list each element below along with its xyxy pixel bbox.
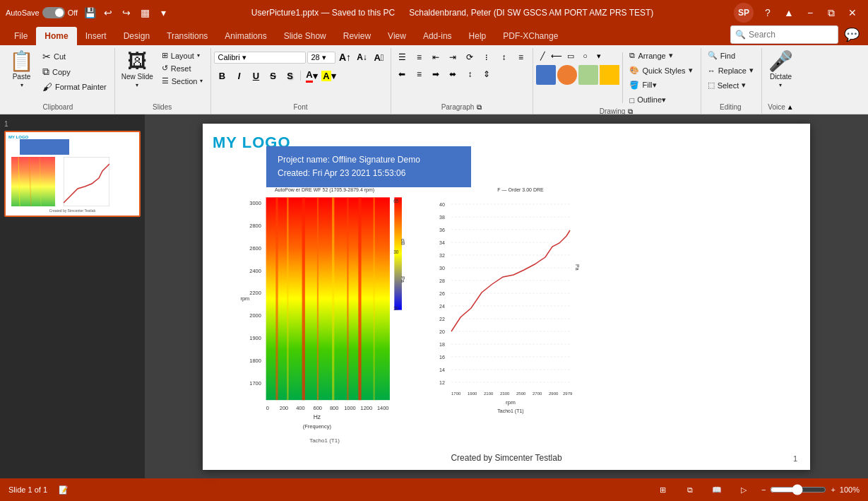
tab-addins[interactable]: Add-ins [415,27,460,45]
autosave-toggle[interactable] [42,7,65,18]
slide-thumbnail[interactable]: MY LOGO [4,131,141,217]
svg-rect-16 [287,197,288,400]
zoom-slider[interactable] [770,484,826,495]
dictate-button[interactable]: 🎤 Dictate ▾ [765,49,797,90]
font-name-selector[interactable]: Calibri ▾ [214,52,306,64]
increase-font-btn[interactable]: A↑ [337,49,352,65]
tab-transitions[interactable]: Transitions [158,27,216,45]
find-icon: 🔍 [708,51,718,60]
redo-icon[interactable]: ↪ [119,5,134,20]
format-painter-button[interactable]: 🖌 Format Painter [39,80,110,94]
ribbon-collapse-btn[interactable]: ▲ [779,3,799,23]
numbering-btn[interactable]: ≡ [411,49,427,65]
cut-button[interactable]: ✂ Cut [39,49,110,64]
svg-text:600: 600 [314,405,322,411]
search-box[interactable]: 🔍 [730,25,838,44]
text-direction-btn[interactable]: ↕ [496,49,511,65]
voice-group: 🎤 Dictate ▾ Voice ▲ [762,48,801,114]
tab-insert[interactable]: Insert [77,27,115,45]
increase-indent-btn[interactable]: ⇥ [445,49,460,65]
line-spacing-btn[interactable]: ↕ [462,66,477,82]
strikethrough-btn[interactable]: S [265,68,280,83]
tab-pdfxchange[interactable]: PDF-XChange [494,27,566,45]
align-right-btn[interactable]: ➡ [428,66,444,82]
zoom-out-btn[interactable]: − [761,485,766,494]
restore-btn[interactable]: ⧉ [821,3,841,23]
svg-text:400: 400 [296,405,304,411]
shape-outline-button[interactable]: □ Outline▾ [626,94,696,106]
shape-fill-button[interactable]: 🪣 Fill▾ [626,79,696,91]
font-color-btn[interactable]: A▾ [304,68,319,83]
highlight-btn[interactable]: A▾ [321,68,336,83]
tab-view[interactable]: View [379,27,415,45]
avatar[interactable]: SP [734,3,754,23]
svg-text:Hz: Hz [314,413,321,420]
customize-icon[interactable]: ▾ [155,5,171,20]
bullets-btn[interactable]: ☰ [394,49,410,65]
tab-help[interactable]: Help [460,27,495,45]
font-size-selector[interactable]: 28 ▾ [307,52,335,64]
columns-btn[interactable]: ⫶ [479,49,494,65]
italic-btn[interactable]: I [231,68,246,83]
layout-button[interactable]: ⊞ Layout▾ [158,49,207,61]
minimize-btn[interactable]: − [800,3,820,23]
tab-animations[interactable]: Animations [216,27,275,45]
search-input[interactable] [749,30,833,40]
tab-slideshow[interactable]: Slide Show [275,27,335,45]
arrange-button[interactable]: ⧉ Arrange▾ [626,49,696,61]
paste-button[interactable]: 📋 Paste ▾ [6,49,37,90]
collapse-ribbon-btn[interactable]: ▲ [787,103,794,111]
shadow-btn[interactable]: S [282,68,297,83]
clear-format-btn[interactable]: A⃝ [371,49,386,65]
decrease-font-btn[interactable]: A↓ [354,49,369,65]
clipboard-label: Clipboard [6,102,110,112]
quick-styles-button[interactable]: 🎨 Quick Styles▾ [626,64,696,76]
comments-icon[interactable]: 💬 [841,27,862,42]
copy-button[interactable]: ⧉ Copy [39,64,110,79]
shape-oval[interactable]: ○ [578,49,591,62]
underline-btn[interactable]: U [248,68,263,83]
reset-button[interactable]: ↺ Reset [158,62,207,74]
justify-btn[interactable]: ⬌ [445,66,460,82]
present-icon[interactable]: ▦ [137,5,153,20]
align-left-btn[interactable]: ⬅ [394,66,410,82]
undo-icon[interactable]: ↩ [100,5,116,20]
para-spacing-btn[interactable]: ⇕ [479,66,494,82]
slide-sorter-btn[interactable]: ⧉ [681,481,699,499]
replace-button[interactable]: ↔ Replace▾ [704,64,757,76]
tab-review[interactable]: Review [335,27,379,45]
tab-file[interactable]: File [6,27,36,45]
svg-text:1700: 1700 [249,379,261,386]
svg-text:800: 800 [330,405,338,411]
autosave-control[interactable]: AutoSave Off [6,7,78,18]
smart-art-btn[interactable]: ⟳ [462,49,477,65]
shape-rect[interactable]: ▭ [564,49,577,62]
section-button[interactable]: ☰ Section▾ [158,75,207,87]
close-btn[interactable]: ✕ [843,3,862,23]
tab-home[interactable]: Home [36,27,76,45]
find-button[interactable]: 🔍 Find [704,49,757,61]
svg-text:1900: 1900 [249,335,261,341]
svg-text:1200: 1200 [361,405,373,411]
slide-thumb-content: MY LOGO [6,132,139,216]
notes-icon[interactable]: 📝 [59,485,69,495]
bold-btn[interactable]: B [214,68,230,83]
normal-view-btn[interactable]: ⊞ [654,481,672,499]
reading-view-btn[interactable]: 📖 [708,481,726,499]
help-btn[interactable]: ? [758,3,778,23]
select-button[interactable]: ⬚ Select▾ [704,79,757,91]
presenter-view-btn[interactable]: ▷ [735,481,753,499]
title-bar: AutoSave Off 💾 ↩ ↪ ▦ ▾ UserPicture1.pptx… [0,0,868,25]
decrease-indent-btn[interactable]: ⇤ [428,49,444,65]
zoom-in-btn[interactable]: + [831,485,835,494]
paragraph-expand-icon[interactable]: ⧉ [477,103,482,112]
tab-design[interactable]: Design [115,27,158,45]
shape-line[interactable]: ╱ [536,49,549,62]
shape-arrow[interactable]: ⟵ [550,49,563,62]
shape-more[interactable]: ▾ [593,49,605,62]
slide-page-num: 1 [793,454,797,463]
new-slide-button[interactable]: 🖼 New Slide ▾ [118,49,157,90]
align-center-btn[interactable]: ≡ [411,66,427,82]
align-text-btn[interactable]: ≡ [513,49,528,65]
save-icon[interactable]: 💾 [82,5,97,20]
